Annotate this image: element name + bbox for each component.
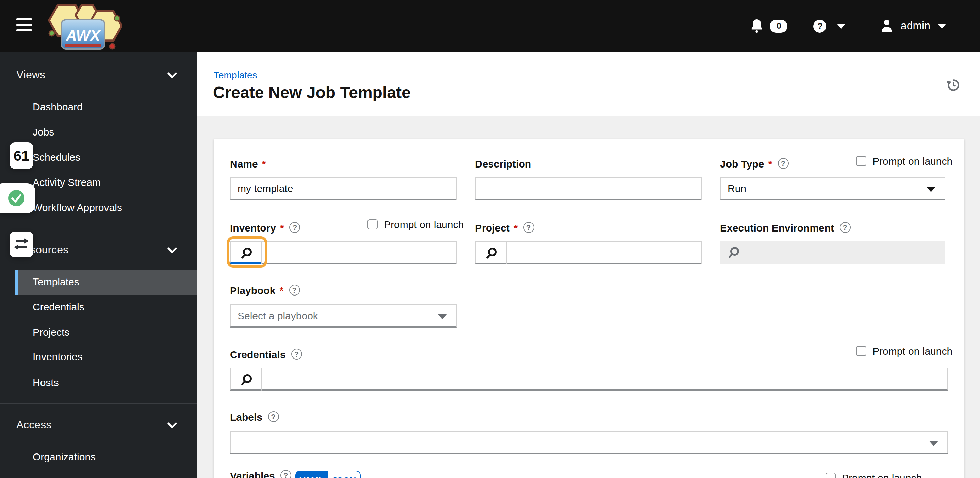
sidebar-item-workflow-approvals[interactable]: Workflow Approvals (33, 201, 197, 215)
project-label: Project * ? (475, 221, 534, 234)
nav-group-access[interactable]: Access (16, 418, 51, 432)
notifications-button[interactable]: 0 (750, 18, 788, 33)
form-card: Name * Description Job Type * ? Prompt o… (214, 139, 964, 478)
user-menu-button[interactable]: admin (881, 19, 946, 33)
labels-label: Labels ? (230, 411, 279, 423)
inventory-prompt-row: Prompt on launch (368, 218, 464, 230)
main-content: Templates Create New Job Template Name *… (197, 52, 980, 478)
variables-json-button[interactable]: JSON (328, 470, 361, 478)
help-caret-icon (837, 24, 846, 28)
inventory-highlight-annotation (227, 236, 267, 268)
sidebar-item-inventories[interactable]: Inventories (33, 350, 197, 363)
help-icon[interactable]: ? (840, 222, 850, 233)
caret-down-icon (926, 186, 936, 192)
sidebar-item-dashboard[interactable]: Dashboard (33, 100, 197, 114)
step-counter-badge: 61 (10, 142, 33, 169)
bell-icon (750, 18, 764, 33)
success-check-badge (0, 183, 35, 213)
user-icon (881, 19, 893, 33)
job-type-label: Job Type * ? (720, 157, 788, 170)
credentials-prompt-row: Prompt on launch (856, 345, 953, 357)
required-marker: * (514, 221, 518, 233)
chevron-down-icon[interactable] (167, 247, 177, 253)
job-type-prompt-row: Prompt on launch (856, 155, 953, 167)
name-label: Name * (230, 157, 266, 170)
help-menu-button[interactable]: ? (814, 19, 846, 32)
svg-text:AWX: AWX (66, 27, 101, 44)
user-caret-icon (938, 24, 946, 28)
nav-group-views[interactable]: Views (16, 68, 45, 82)
question-circle-icon: ? (814, 19, 827, 32)
help-icon[interactable]: ? (289, 285, 300, 296)
help-icon[interactable]: ? (290, 222, 301, 233)
sidebar-item-organizations[interactable]: Organizations (33, 450, 197, 464)
inventory-prompt-checkbox[interactable] (368, 219, 378, 229)
required-marker: * (279, 284, 283, 296)
credentials-input[interactable] (261, 368, 948, 391)
nav-divider (0, 403, 197, 404)
help-icon[interactable]: ? (523, 222, 534, 233)
name-field[interactable] (230, 177, 457, 200)
required-marker: * (768, 158, 772, 169)
history-button[interactable] (946, 78, 961, 92)
required-marker: * (280, 221, 284, 233)
credentials-prompt-checkbox[interactable] (856, 346, 866, 356)
page-title: Create New Job Template (213, 83, 411, 102)
history-icon (946, 78, 961, 92)
credentials-search-button[interactable] (230, 368, 261, 391)
sidebar-item-schedules[interactable]: Schedules (33, 150, 197, 164)
sidebar-item-credentials[interactable]: Credentials (33, 300, 197, 314)
help-icon[interactable]: ? (778, 158, 788, 169)
caret-down-icon (929, 441, 939, 446)
swap-arrows-icon (13, 236, 30, 253)
check-icon (8, 190, 24, 206)
credentials-label: Credentials ? (230, 348, 302, 360)
job-type-prompt-checkbox[interactable] (856, 156, 866, 166)
awx-logo-icon: AWX (46, 2, 123, 52)
search-icon (727, 246, 740, 260)
labels-input[interactable] (230, 431, 948, 454)
help-icon[interactable]: ? (291, 349, 302, 360)
inventory-input[interactable] (261, 241, 457, 264)
playbook-select[interactable]: Select a playbook (230, 304, 457, 328)
sidebar-item-hosts[interactable]: Hosts (33, 376, 197, 389)
prompt-on-launch-label: Prompt on launch (842, 472, 922, 478)
chevron-down-icon[interactable] (167, 422, 177, 428)
execution-environment-label: Execution Environment ? (720, 221, 850, 234)
project-input[interactable] (506, 241, 702, 264)
variables-yaml-button[interactable]: YAML (295, 470, 328, 478)
inventory-label: Inventory * ? (230, 221, 301, 234)
sidebar-nav: Views Dashboard Jobs Schedules Activity … (0, 52, 197, 478)
description-field[interactable] (475, 177, 702, 200)
search-icon (240, 373, 253, 387)
variables-prompt-checkbox[interactable] (826, 473, 836, 478)
awx-logo[interactable]: AWX (46, 2, 123, 52)
required-marker: * (262, 158, 266, 169)
sidebar-item-activity-stream[interactable]: Activity Stream (33, 176, 197, 189)
user-name: admin (901, 20, 930, 32)
help-icon[interactable]: ? (268, 411, 279, 422)
project-search-button[interactable] (475, 241, 506, 264)
variables-format-toggle: YAML JSON (295, 470, 361, 478)
job-type-select[interactable]: Run (720, 177, 945, 200)
sidebar-item-label: Templates (33, 276, 79, 287)
sidebar-item-jobs[interactable]: Jobs (33, 125, 197, 139)
chevron-down-icon[interactable] (167, 72, 177, 78)
notification-count-badge: 0 (770, 19, 788, 32)
prompt-on-launch-label: Prompt on launch (872, 345, 953, 357)
breadcrumb-templates-link[interactable]: Templates (214, 69, 257, 80)
help-icon[interactable]: ? (280, 470, 291, 478)
masthead: AWX 0 ? admin (0, 0, 980, 52)
description-label: Description (475, 157, 531, 170)
search-icon (485, 247, 498, 260)
sidebar-item-templates[interactable]: Templates (15, 270, 197, 295)
variables-label: Variables ? (230, 469, 291, 478)
execution-environment-input[interactable] (720, 241, 945, 264)
page-header: Templates Create New Job Template (197, 52, 980, 116)
sidebar-item-projects[interactable]: Projects (33, 325, 197, 339)
caret-down-icon (438, 314, 447, 319)
prompt-on-launch-label: Prompt on launch (384, 218, 464, 230)
swap-arrows-badge (10, 231, 33, 257)
nav-toggle-button[interactable] (16, 18, 32, 33)
prompt-on-launch-label: Prompt on launch (872, 155, 953, 167)
